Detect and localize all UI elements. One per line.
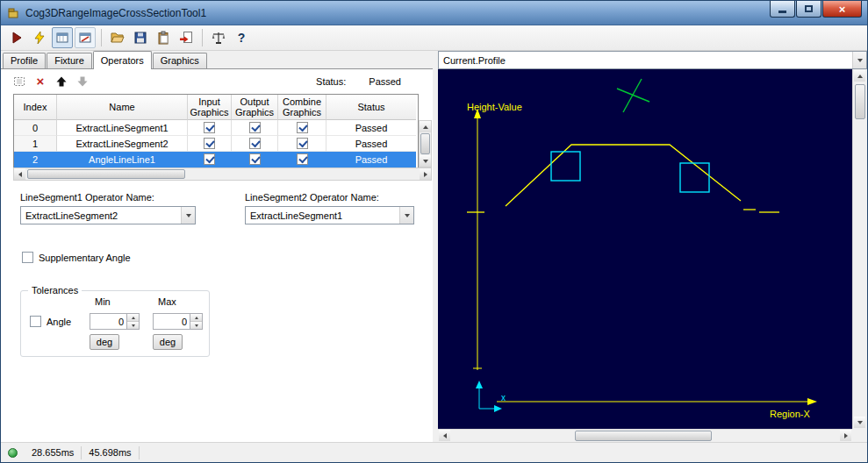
tab-fixture[interactable]: Fixture bbox=[47, 53, 92, 68]
tab-operators[interactable]: Operators bbox=[93, 51, 152, 69]
run-icon bbox=[10, 31, 24, 45]
scroll-thumb[interactable] bbox=[27, 169, 185, 179]
help-button[interactable]: ? bbox=[231, 27, 252, 48]
table-vertical-scrollbar[interactable] bbox=[419, 120, 432, 167]
cell-name: ExtractLineSegment1 bbox=[57, 120, 188, 136]
linesegment2-combo[interactable]: ExtractLineSegment1 bbox=[245, 206, 414, 224]
scroll-up-button[interactable] bbox=[420, 121, 431, 132]
scroll-down-button[interactable] bbox=[420, 155, 431, 167]
save-button[interactable] bbox=[130, 27, 151, 48]
scroll-down-button[interactable] bbox=[854, 417, 865, 428]
status-label: Status: bbox=[316, 76, 346, 87]
combine-graphics-checkbox[interactable] bbox=[297, 153, 308, 165]
open-button[interactable] bbox=[107, 27, 128, 48]
spin-down-button[interactable] bbox=[127, 321, 139, 329]
move-down-button[interactable] bbox=[75, 74, 90, 89]
min-label: Min bbox=[95, 296, 111, 307]
scroll-right-button[interactable] bbox=[420, 168, 431, 180]
col-header-output-graphics[interactable]: Output Graphics bbox=[232, 95, 278, 120]
maximize-button[interactable] bbox=[796, 1, 821, 18]
spin-up-button[interactable] bbox=[127, 314, 139, 321]
help-icon: ? bbox=[238, 31, 246, 45]
delete-operator-button[interactable]: × bbox=[32, 74, 48, 89]
linesegment1-combo[interactable]: ExtractLineSegment2 bbox=[20, 206, 196, 224]
tolerances-group-label: Tolerances bbox=[28, 285, 82, 296]
window-title: Cog3DRangeImageCrossSectionTool1 bbox=[25, 7, 206, 19]
image-window-icon bbox=[55, 31, 69, 45]
title-bar[interactable]: Cog3DRangeImageCrossSectionTool1 × bbox=[1, 1, 867, 25]
table-horizontal-scrollbar[interactable] bbox=[13, 167, 432, 181]
angle-tolerance-checkbox[interactable]: Angle bbox=[30, 316, 71, 327]
origin-y-arrowhead bbox=[476, 381, 483, 388]
col-header-combine-graphics[interactable]: Combine Graphics bbox=[278, 95, 326, 120]
table-row[interactable]: 2 AngleLineLine1 Passed bbox=[14, 152, 418, 167]
profile-segment bbox=[506, 145, 741, 206]
input-graphics-checkbox[interactable] bbox=[204, 122, 215, 133]
col-header-input-graphics[interactable]: Input Graphics bbox=[188, 95, 232, 120]
display-record-combo[interactable]: Current.Profile bbox=[438, 51, 867, 69]
min-spinner bbox=[126, 313, 140, 330]
scroll-thumb[interactable] bbox=[855, 84, 865, 119]
combine-graphics-checkbox[interactable] bbox=[297, 122, 308, 133]
electric-run-button[interactable] bbox=[29, 27, 50, 48]
minimize-button[interactable] bbox=[770, 1, 795, 18]
arrow-down-icon bbox=[76, 75, 89, 88]
input-graphics-checkbox[interactable] bbox=[204, 153, 215, 165]
chevron-down-icon bbox=[852, 52, 866, 68]
move-up-button[interactable] bbox=[54, 74, 69, 89]
x-axis-arrow bbox=[807, 398, 817, 405]
image-display-button[interactable] bbox=[52, 27, 73, 48]
tools-button[interactable] bbox=[208, 27, 229, 48]
app-icon bbox=[6, 6, 20, 20]
clipboard-icon bbox=[156, 31, 170, 45]
output-graphics-checkbox[interactable] bbox=[249, 138, 261, 149]
run-button[interactable] bbox=[6, 27, 27, 48]
output-graphics-checkbox[interactable] bbox=[249, 153, 261, 165]
y-axis-label: Height-Value bbox=[467, 102, 522, 112]
scroll-left-button[interactable] bbox=[439, 430, 450, 441]
col-header-name[interactable]: Name bbox=[57, 95, 188, 120]
output-graphics-checkbox[interactable] bbox=[249, 122, 261, 133]
scroll-right-button[interactable] bbox=[840, 430, 851, 441]
combo-value: ExtractLineSegment2 bbox=[21, 210, 181, 221]
scroll-thumb[interactable] bbox=[575, 431, 712, 441]
min-angle-input[interactable] bbox=[90, 313, 126, 330]
max-deg-button[interactable]: deg bbox=[153, 334, 183, 350]
lightning-icon bbox=[32, 31, 47, 45]
tab-profile[interactable]: Profile bbox=[3, 53, 46, 68]
tab-label: Fixture bbox=[54, 55, 84, 66]
cell-name: ExtractLineSegment2 bbox=[57, 136, 188, 152]
min-deg-button[interactable]: deg bbox=[90, 334, 119, 350]
import-button[interactable] bbox=[176, 27, 197, 48]
col-header-status[interactable]: Status bbox=[326, 95, 416, 120]
col-header-index[interactable]: Index bbox=[14, 95, 57, 120]
spin-down-button[interactable] bbox=[190, 321, 202, 329]
combine-graphics-checkbox[interactable] bbox=[297, 138, 308, 149]
result-indicator-led bbox=[8, 448, 18, 458]
new-item-icon bbox=[12, 75, 26, 89]
cell-status: Passed bbox=[326, 152, 416, 167]
graphics-display-button[interactable] bbox=[75, 27, 96, 48]
add-operator-button[interactable] bbox=[11, 74, 27, 89]
close-button[interactable]: × bbox=[822, 1, 862, 18]
tab-graphics[interactable]: Graphics bbox=[153, 53, 207, 68]
spin-up-button[interactable] bbox=[190, 314, 202, 321]
max-angle-stepper bbox=[153, 313, 203, 330]
table-row[interactable]: 1 ExtractLineSegment2 Passed bbox=[14, 136, 418, 152]
scroll-left-button[interactable] bbox=[14, 168, 25, 180]
segment2-marker-box bbox=[680, 163, 709, 192]
supplementary-angle-checkbox[interactable]: Supplementary Angle bbox=[22, 252, 131, 263]
tolerances-groupbox: Tolerances Min Max Angle bbox=[20, 290, 210, 357]
table-row[interactable]: 0 ExtractLineSegment1 Passed bbox=[14, 120, 418, 136]
paste-button[interactable] bbox=[153, 27, 174, 48]
tab-label: Profile bbox=[11, 55, 38, 66]
input-graphics-checkbox[interactable] bbox=[204, 138, 215, 149]
display-vertical-scrollbar[interactable] bbox=[852, 69, 867, 429]
cell-index: 2 bbox=[14, 152, 57, 167]
scroll-up-button[interactable] bbox=[854, 70, 865, 82]
max-angle-input[interactable] bbox=[153, 313, 190, 330]
scroll-thumb[interactable] bbox=[420, 133, 430, 154]
tab-label: Operators bbox=[101, 55, 144, 66]
profile-canvas[interactable]: Height-Value Region-X x bbox=[438, 69, 852, 429]
display-horizontal-scrollbar[interactable] bbox=[438, 429, 852, 442]
